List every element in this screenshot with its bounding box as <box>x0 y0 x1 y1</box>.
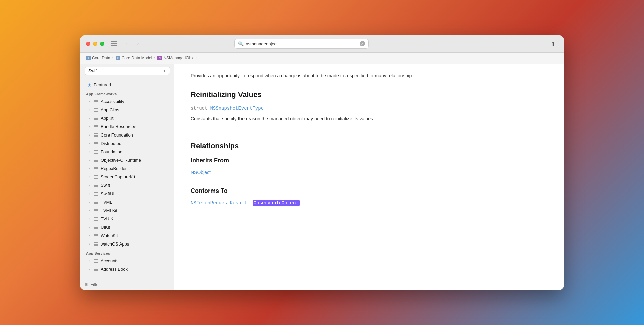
sidebar-item-tvmlkit[interactable]: › TVMLKit <box>82 207 173 215</box>
sidebar-item-regexbuilder[interactable]: › RegexBuilder <box>82 165 173 173</box>
sidebar-item-label: Core Foundation <box>101 132 133 138</box>
svg-rect-19 <box>94 152 98 152</box>
tvmlkit-icon <box>93 208 99 213</box>
breadcrumb-nsmanagedobject[interactable]: C NSManagedObject <box>157 56 197 60</box>
back-button[interactable]: ‹ <box>122 39 132 48</box>
sidebar-item-swiftui[interactable]: › SwiftUI <box>82 190 173 198</box>
breadcrumb-core-data-model[interactable]: ≡ Core Data Model <box>116 56 152 60</box>
chevron-down-icon: ▼ <box>163 69 166 73</box>
breadcrumb-separator-1: › <box>112 56 114 60</box>
sidebar-item-uikit[interactable]: › UIKit <box>82 223 173 231</box>
sidebar-item-accessibility[interactable]: › Accessibility <box>82 98 173 106</box>
app-clips-icon <box>93 107 99 113</box>
svg-rect-58 <box>94 269 98 270</box>
search-input[interactable] <box>246 41 358 46</box>
sidebar-item-objc-runtime[interactable]: › Objective-C Runtime <box>82 156 173 164</box>
nsfetchrequestresult-link[interactable]: NSFetchRequestResult <box>191 200 247 206</box>
svg-rect-18 <box>94 150 98 151</box>
svg-rect-37 <box>94 202 98 203</box>
search-clear-button[interactable]: ✕ <box>360 41 365 46</box>
close-button[interactable] <box>86 42 90 46</box>
sidebar-item-appkit[interactable]: › AppKit <box>82 114 173 122</box>
foundation-icon <box>93 149 99 155</box>
sidebar-featured-label: Featured <box>94 82 111 87</box>
svg-rect-21 <box>94 159 98 159</box>
tvuikit-icon <box>93 216 99 222</box>
svg-rect-24 <box>94 167 98 168</box>
watchkit-icon <box>93 233 99 238</box>
distributed-icon <box>93 141 99 146</box>
filter-input[interactable] <box>90 282 170 287</box>
nsmanagedobject-icon: C <box>157 56 162 60</box>
swift-dropdown[interactable]: Swift ▼ <box>85 67 170 75</box>
sidebar-item-label: WatchKit <box>101 233 118 238</box>
sidebar-toggle-button[interactable] <box>111 41 117 46</box>
svg-rect-10 <box>94 126 98 127</box>
minimize-button[interactable] <box>93 42 97 46</box>
accessibility-icon <box>93 99 99 104</box>
search-bar[interactable]: 🔍 ✕ <box>234 39 369 49</box>
tvml-icon <box>93 200 99 205</box>
code-type-link[interactable]: NSSnapshotEventType <box>210 106 264 111</box>
svg-rect-43 <box>94 219 98 219</box>
sidebar-item-foundation[interactable]: › Foundation <box>82 148 173 156</box>
sidebar-item-distributed[interactable]: › Distributed <box>82 140 173 148</box>
svg-rect-42 <box>94 217 98 218</box>
main-window: ‹ › 🔍 ✕ ⬆ ≡ Core Data › ≡ Core Data Mode… <box>80 35 564 290</box>
svg-rect-27 <box>94 175 98 176</box>
sidebar-item-watchkit[interactable]: › WatchKit <box>82 232 173 240</box>
forward-button[interactable]: › <box>133 39 143 48</box>
swift-icon <box>93 183 99 188</box>
nsobject-link[interactable]: NSObject <box>191 170 211 175</box>
sidebar-item-watchos-apps[interactable]: › watchOS Apps <box>82 240 173 248</box>
sidebar-item-core-foundation[interactable]: › Core Foundation <box>82 131 173 139</box>
observableobject-link[interactable]: ObservableObject <box>253 200 300 206</box>
chevron-right-icon: › <box>87 150 91 154</box>
svg-rect-5 <box>94 111 98 112</box>
svg-rect-41 <box>94 212 98 212</box>
sidebar-item-accounts[interactable]: › Accounts <box>82 257 173 265</box>
maximize-button[interactable] <box>100 42 104 46</box>
svg-rect-52 <box>94 244 98 245</box>
breadcrumb-core-data[interactable]: ≡ Core Data <box>86 56 110 60</box>
swiftui-icon <box>93 191 99 197</box>
svg-rect-29 <box>94 178 98 179</box>
comma-separator: , <box>247 200 250 206</box>
svg-rect-0 <box>94 100 98 101</box>
address-book-icon <box>93 267 99 272</box>
inherits-from-title: Inherits From <box>191 157 547 164</box>
svg-rect-36 <box>94 201 98 201</box>
regexbuilder-icon <box>93 166 99 171</box>
sidebar-item-address-book[interactable]: › Address Book <box>82 265 173 273</box>
svg-rect-15 <box>94 142 98 143</box>
star-icon: ★ <box>87 82 92 88</box>
sidebar-item-label: Accessibility <box>101 99 124 104</box>
section-divider <box>191 133 547 133</box>
sidebar-item-label: TVUIKit <box>101 216 116 221</box>
svg-rect-35 <box>94 195 98 196</box>
svg-rect-17 <box>94 145 98 145</box>
svg-rect-53 <box>94 245 98 246</box>
sidebar-item-label: App Clips <box>101 107 119 112</box>
chevron-right-icon: › <box>87 234 91 238</box>
search-icon: 🔍 <box>238 41 244 46</box>
chevron-right-icon: › <box>87 167 91 171</box>
sidebar-item-featured[interactable]: ★ Featured <box>82 81 173 89</box>
svg-rect-34 <box>94 194 98 194</box>
svg-rect-55 <box>94 261 98 261</box>
chevron-right-icon: › <box>87 125 91 129</box>
titlebar: ‹ › 🔍 ✕ ⬆ <box>80 35 564 53</box>
svg-rect-13 <box>94 135 98 136</box>
svg-rect-38 <box>94 203 98 204</box>
svg-rect-2 <box>94 103 98 103</box>
sidebar-item-app-clips[interactable]: › App Clips <box>82 106 173 114</box>
sidebar-item-screencapturekit[interactable]: › ScreenCaptureKit <box>82 173 173 181</box>
svg-rect-49 <box>94 235 98 236</box>
share-button[interactable]: ⬆ <box>549 39 558 48</box>
traffic-lights <box>86 42 104 46</box>
sidebar-item-swift[interactable]: › Swift <box>82 181 173 189</box>
sidebar-item-bundle-resources[interactable]: › Bundle Resources <box>82 123 173 131</box>
sidebar-item-tvml[interactable]: › TVML <box>82 198 173 206</box>
navigation-buttons: ‹ › <box>122 39 143 48</box>
sidebar-item-tvuikit[interactable]: › TVUIKit <box>82 215 173 223</box>
